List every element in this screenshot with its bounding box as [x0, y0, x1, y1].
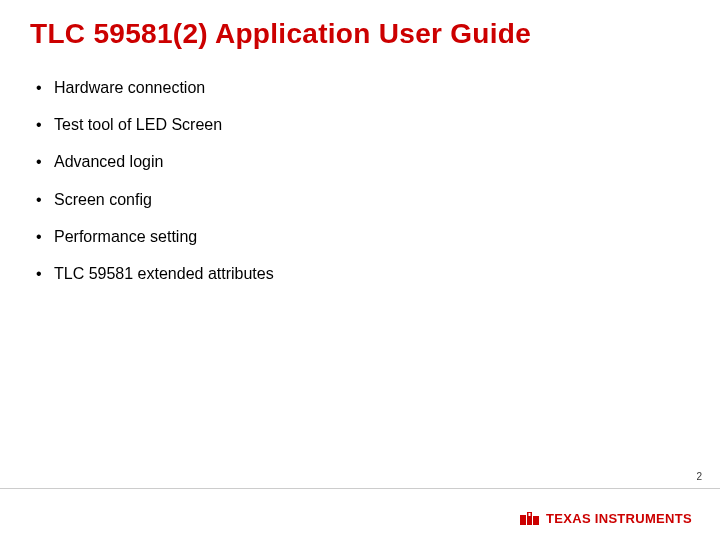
list-item: Test tool of LED Screen	[36, 115, 690, 134]
logo-container: TEXAS INSTRUMENTS	[520, 511, 692, 526]
svg-rect-0	[520, 515, 526, 525]
bullet-list: Hardware connection Test tool of LED Scr…	[30, 78, 690, 283]
slide-title: TLC 59581(2) Application User Guide	[30, 18, 690, 50]
footer: 2 TEXAS INSTRUMENTS	[0, 488, 720, 540]
logo-text: TEXAS INSTRUMENTS	[546, 511, 692, 526]
list-item: TLC 59581 extended attributes	[36, 264, 690, 283]
ti-logo-icon	[520, 512, 540, 526]
list-item: Advanced login	[36, 152, 690, 171]
list-item: Screen config	[36, 190, 690, 209]
list-item: Hardware connection	[36, 78, 690, 97]
slide-container: TLC 59581(2) Application User Guide Hard…	[0, 0, 720, 540]
svg-rect-3	[529, 513, 531, 516]
svg-rect-2	[533, 516, 539, 525]
page-number: 2	[696, 471, 702, 482]
list-item: Performance setting	[36, 227, 690, 246]
